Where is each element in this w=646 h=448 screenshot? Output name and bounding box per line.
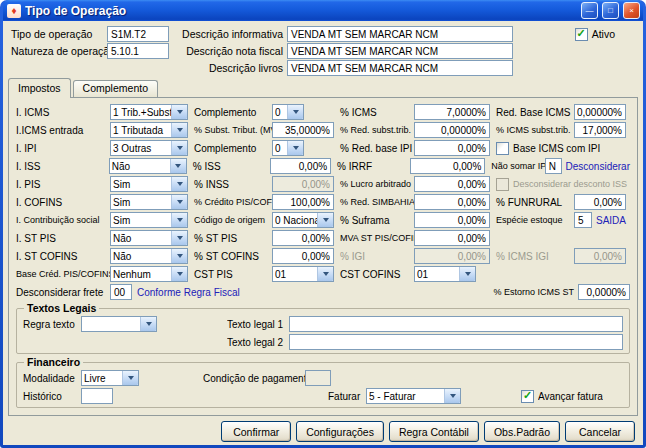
app-icon: ♦ bbox=[7, 4, 21, 18]
st-cofins-row: I. ST COFINS Não % ST COFINS 0,00% % IGI… bbox=[16, 248, 630, 264]
descricao-informativa-field[interactable]: VENDA MT SEM MARCAR NCM bbox=[287, 26, 513, 42]
base-cred-pis-cofins-label: Base Créd. PIS/COFINS bbox=[16, 269, 110, 279]
historico-field[interactable] bbox=[81, 388, 113, 404]
st-pis-select[interactable]: Não bbox=[110, 230, 188, 246]
iss-label: I. ISS bbox=[16, 161, 109, 172]
mva-st-pis-cofins-field[interactable]: 0,00% bbox=[414, 230, 490, 246]
condicao-pagamento-field bbox=[305, 370, 331, 386]
tipo-operacao-label: Tipo de operação bbox=[11, 28, 107, 40]
tab-impostos[interactable]: Impostos bbox=[8, 78, 71, 98]
icms-select[interactable]: 1 Trib.+Subst bbox=[110, 104, 188, 120]
funrural-label: % FUNRURAL bbox=[490, 197, 574, 208]
titlebar[interactable]: ♦ Tipo de Operação — □ × bbox=[3, 0, 643, 21]
pct-iss-field[interactable]: 0,00% bbox=[270, 158, 331, 174]
close-button[interactable]: × bbox=[623, 2, 640, 19]
especie-estoque-field[interactable]: 5 bbox=[574, 212, 592, 228]
conforme-regra-fiscal-link[interactable]: Conforme Regra Fiscal bbox=[137, 287, 240, 298]
regra-texto-select[interactable] bbox=[81, 316, 157, 332]
maximize-button[interactable]: □ bbox=[602, 2, 619, 19]
texto-legal-2-label: Texto legal 2 bbox=[227, 337, 289, 348]
selected-value: Não bbox=[111, 231, 171, 245]
especie-estoque-value-text: SAIDA bbox=[596, 215, 626, 226]
pct-icms-field[interactable]: 7,0000% bbox=[414, 104, 490, 120]
impostos-panel: I. ICMS 1 Trib.+Subst Complemento 0 % IC… bbox=[8, 97, 638, 416]
red-base-icms-field[interactable]: 0,00000% bbox=[574, 104, 626, 120]
pct-inss-field: 0,00% bbox=[272, 176, 334, 192]
desconsiderar-desconto-iss-label: Desconsiderar desconto ISS bbox=[513, 179, 627, 189]
faturar-select[interactable]: 5 - Faturar bbox=[366, 388, 461, 404]
estorno-icms-st-field[interactable]: 0,0000% bbox=[578, 284, 630, 300]
descricao-nota-fiscal-field[interactable]: VENDA MT SEM MARCAR NCM bbox=[287, 43, 513, 59]
chevron-down-icon bbox=[287, 105, 303, 119]
texto-legal-2-field[interactable] bbox=[289, 334, 623, 350]
tab-complemento[interactable]: Complemento bbox=[73, 80, 158, 97]
ipi-select[interactable]: 3 Outras bbox=[110, 140, 188, 156]
cofins-label: I. COFINS bbox=[16, 197, 110, 208]
pct-irrf-field[interactable]: 0,00% bbox=[410, 158, 485, 174]
pct-iss-label: % ISS bbox=[187, 161, 270, 172]
desconsiderar-link[interactable]: Desconsiderar bbox=[566, 161, 630, 172]
desconsiderar-desconto-iss-checkbox: ✓ Desconsiderar desconto ISS bbox=[490, 178, 627, 191]
selected-value bbox=[82, 317, 140, 331]
descricao-livros-field[interactable]: VENDA MT SEM MARCAR NCM bbox=[287, 60, 513, 76]
desconsiderar-frete-row: Desconsiderar frete 00 Conforme Regra Fi… bbox=[16, 284, 630, 300]
confirmar-button[interactable]: Confirmar bbox=[221, 421, 291, 442]
subst-tribut-mva-field[interactable]: 35,0000% bbox=[272, 122, 334, 138]
ipi-label: I. IPI bbox=[16, 143, 110, 154]
texto-legal-1-field[interactable] bbox=[289, 316, 623, 332]
red-simbahia-label: % Red. SIMBAHIA bbox=[334, 197, 414, 207]
cst-pis-label: CST PIS bbox=[188, 269, 272, 280]
igi-field: 0,00% bbox=[414, 248, 490, 264]
chevron-down-icon bbox=[171, 249, 187, 263]
cancelar-button[interactable]: Cancelar bbox=[565, 421, 635, 442]
cofins-select[interactable]: Sim bbox=[110, 194, 188, 210]
regra-contabil-button[interactable]: Regra Contábil bbox=[389, 421, 479, 442]
red-base-ipi-field[interactable]: 0,00% bbox=[414, 140, 490, 156]
pct-st-cofins-field[interactable]: 0,00% bbox=[272, 248, 334, 264]
desconsiderar-frete-field[interactable]: 00 bbox=[110, 284, 132, 300]
pct-st-pis-field[interactable]: 0,00% bbox=[272, 230, 334, 246]
minimize-button[interactable]: — bbox=[581, 2, 598, 19]
complemento-ipi-select[interactable]: 0 bbox=[272, 140, 304, 156]
chevron-down-icon bbox=[170, 159, 186, 173]
ativo-checkbox[interactable]: ✓ Ativo bbox=[575, 28, 615, 41]
natureza-operacao-field[interactable]: 5.10.1 bbox=[107, 43, 169, 59]
cst-cofins-label: CST COFINS bbox=[334, 269, 414, 280]
red-simbahia-field[interactable]: 0,00% bbox=[414, 194, 490, 210]
complemento-icms-select[interactable]: 0 bbox=[272, 104, 304, 120]
base-cred-pis-cofins-select[interactable]: Nenhum bbox=[110, 266, 188, 282]
especie-estoque-label: Espécie estoque bbox=[490, 215, 574, 225]
selected-value: 0 bbox=[273, 105, 287, 119]
base-icms-com-ipi-checkbox[interactable]: ✓ Base ICMS com IPI bbox=[490, 142, 600, 155]
mva-st-pis-cofins-label: MVA ST PIS/COFINS bbox=[334, 233, 414, 243]
nao-somar-ipi-field[interactable]: N bbox=[545, 158, 562, 174]
lucro-arbitrado-label: % Lucro arbitrado bbox=[334, 179, 414, 189]
cst-cofins-select[interactable]: 01 bbox=[414, 266, 476, 282]
financeiro-group: Financeiro Modalidade Livre Condição de … bbox=[16, 362, 630, 408]
cst-pis-select[interactable]: 01 bbox=[272, 266, 334, 282]
credito-pis-cofins-field[interactable]: 100,00% bbox=[272, 194, 334, 210]
st-pis-label: I. ST PIS bbox=[16, 233, 110, 244]
complemento-icms-label: Complemento bbox=[188, 107, 272, 118]
funrural-field[interactable]: 0,00% bbox=[574, 194, 626, 210]
codigo-origem-select[interactable]: 0 Nacional bbox=[272, 212, 334, 228]
tipo-operacao-field[interactable]: S1M.T2 bbox=[107, 26, 169, 42]
icms-entrada-select[interactable]: 1 Tributada bbox=[110, 122, 188, 138]
lucro-arbitrado-field[interactable]: 0,00% bbox=[414, 176, 490, 192]
icms-label: I. ICMS bbox=[16, 107, 110, 118]
icms-subst-trib-field[interactable]: 17,000% bbox=[574, 122, 626, 138]
modalidade-select[interactable]: Livre bbox=[81, 370, 139, 386]
pis-select[interactable]: Sim bbox=[110, 176, 188, 192]
iss-select[interactable]: Não bbox=[109, 158, 187, 174]
desconsiderar-frete-label: Desconsiderar frete bbox=[16, 287, 110, 298]
cofins-row: I. COFINS Sim % Crédito PIS/COFINS 100,0… bbox=[16, 194, 630, 210]
contribuicao-social-select[interactable]: Sim bbox=[110, 212, 188, 228]
configuracoes-button[interactable]: Configurações bbox=[296, 421, 384, 442]
st-cofins-select[interactable]: Não bbox=[110, 248, 188, 264]
red-subst-trib-field[interactable]: 0,00000% bbox=[414, 122, 490, 138]
suframa-field[interactable]: 0,00% bbox=[414, 212, 490, 228]
obs-padrao-button[interactable]: Obs.Padrão bbox=[484, 421, 560, 442]
selected-value: Sim bbox=[111, 213, 171, 227]
avancar-fatura-checkbox[interactable]: ✓ Avançar fatura bbox=[521, 390, 603, 403]
descricao-informativa-label: Descrição informativa bbox=[169, 28, 287, 40]
